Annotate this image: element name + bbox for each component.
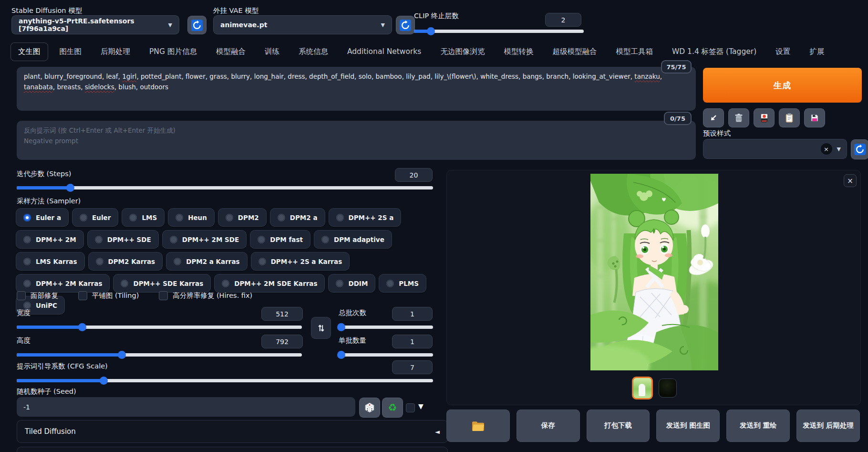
tiled-diffusion-accordion[interactable]: Tiled Diffusion ◄ (17, 420, 448, 443)
sampler-option-DPM++ 2M Karras[interactable]: DPM++ 2M Karras (16, 274, 110, 293)
gallery-button-打包下载[interactable]: 打包下载 (587, 410, 650, 442)
seed-extra-checkbox[interactable] (406, 403, 415, 412)
sampler-option-LMS[interactable]: LMS (122, 208, 165, 227)
prompt-token-counter: 75/75 (661, 60, 692, 74)
tab-训练[interactable]: 训练 (257, 42, 287, 61)
tab-PNG 图片信息[interactable]: PNG 图片信息 (142, 42, 205, 61)
checkbox-面部修复[interactable]: 面部修复 (17, 291, 58, 300)
open-folder-button[interactable] (446, 410, 510, 442)
flower-card-button[interactable] (754, 108, 775, 127)
arrow-down-left-button[interactable] (703, 108, 724, 127)
random-seed-button[interactable] (359, 398, 380, 418)
checkbox-平铺图 (Tiling)[interactable]: 平铺图 (Tiling) (78, 291, 139, 300)
generate-button[interactable]: 生成 (703, 68, 862, 103)
sampler-option-DPM++ 2M[interactable]: DPM++ 2M (16, 230, 84, 249)
seed-extra-caret-icon[interactable]: ▼ (418, 402, 424, 410)
tab-超级模型融合[interactable]: 超级模型融合 (545, 42, 604, 61)
tab-模型转换[interactable]: 模型转换 (496, 42, 541, 61)
tab-后期处理[interactable]: 后期处理 (93, 42, 138, 61)
sampler-option-Euler a[interactable]: Euler a (16, 208, 69, 227)
sd-model-refresh-button[interactable] (187, 16, 207, 34)
sampler-option-DPM2[interactable]: DPM2 (218, 208, 267, 227)
preset-styles-dropdown[interactable]: × ▼ (703, 139, 847, 159)
collapse-arrow-icon: ◄ (435, 428, 440, 435)
gallery-button-发送到 重绘[interactable]: 发送到 重绘 (726, 410, 790, 442)
floppy-button[interactable] (804, 108, 825, 127)
cfg-slider[interactable] (17, 376, 433, 385)
tab-文生图[interactable]: 文生图 (10, 42, 48, 61)
gallery-button-发送到 图生图[interactable]: 发送到 图生图 (656, 410, 720, 442)
gallery-button-保存[interactable]: 保存 (517, 410, 580, 442)
sampler-option-DPM++ 2S a[interactable]: DPM++ 2S a (329, 208, 402, 227)
radio-icon (23, 258, 31, 265)
refresh-icon (854, 144, 866, 155)
steps-value[interactable]: 20 (395, 168, 433, 182)
sampler-option-PLMS[interactable]: PLMS (379, 274, 426, 293)
sampler-option-DDIM[interactable]: DDIM (328, 274, 375, 293)
sampler-option-Heun[interactable]: Heun (168, 208, 215, 227)
sampler-option-DPM fast[interactable]: DPM fast (250, 230, 310, 249)
gallery-thumbnail-2[interactable] (659, 378, 677, 398)
batch-size-label: 单批数量 (339, 336, 366, 345)
radio-icon (170, 236, 177, 243)
tab-模型工具箱[interactable]: 模型工具箱 (608, 42, 661, 61)
sampler-option-DPM adaptive[interactable]: DPM adaptive (314, 230, 392, 249)
batch-count-slider[interactable] (339, 323, 433, 331)
sampler-option-DPM++ 2S a Karras[interactable]: DPM++ 2S a Karras (251, 252, 350, 271)
radio-icon (23, 214, 31, 221)
sampler-option-DPM2 a Karras[interactable]: DPM2 a Karras (166, 252, 247, 271)
radio-icon (336, 214, 344, 221)
width-slider[interactable] (17, 323, 302, 331)
tab-Additional Networks[interactable]: Additional Networks (340, 43, 429, 60)
sampler-option-DPM++ SDE[interactable]: DPM++ SDE (87, 230, 159, 249)
seed-input[interactable]: -1 (17, 397, 355, 417)
sampler-option-DPM++ 2M SDE Karras[interactable]: DPM++ 2M SDE Karras (214, 274, 325, 293)
steps-label: 迭代步数 (Steps) (17, 169, 72, 179)
checkbox-高分辨率修复 (Hires. fix)[interactable]: 高分辨率修复 (Hires. fix) (159, 291, 252, 300)
tab-扩展[interactable]: 扩展 (802, 42, 832, 61)
flower-card-icon (761, 114, 768, 123)
sampler-option-DPM++ SDE Karras[interactable]: DPM++ SDE Karras (113, 274, 211, 293)
sampler-option-DPM2 Karras[interactable]: DPM2 Karras (88, 252, 163, 271)
clear-icon[interactable]: × (821, 143, 832, 155)
tiled-vae-accordion[interactable]: Tiled VAE ◄ (17, 447, 448, 452)
tab-系统信息[interactable]: 系统信息 (291, 42, 336, 61)
tab-无边图像浏览[interactable]: 无边图像浏览 (433, 42, 492, 61)
trash-button[interactable] (728, 108, 749, 127)
tab-模型融合[interactable]: 模型融合 (208, 42, 253, 61)
height-slider[interactable] (17, 350, 302, 359)
sampler-option-DPM++ 2M SDE[interactable]: DPM++ 2M SDE (162, 230, 247, 249)
clip-skip-slider[interactable] (414, 27, 584, 35)
tab-WD 1.4 标签器 (Tagger)[interactable]: WD 1.4 标签器 (Tagger) (664, 42, 764, 61)
sd-model-label: Stable Diffusion 模型 (11, 6, 82, 15)
clip-skip-value[interactable]: 2 (545, 13, 581, 27)
generated-image[interactable] (590, 174, 718, 370)
prompt-textarea[interactable]: plant, blurry_foreground, leaf, 1girl, p… (17, 67, 696, 111)
gallery-button-发送到 后期处理[interactable]: 发送到 后期处理 (796, 410, 860, 442)
preset-refresh-button[interactable] (851, 139, 868, 159)
tab-图生图[interactable]: 图生图 (52, 42, 90, 61)
vae-refresh-button[interactable] (396, 16, 415, 34)
tab-设置[interactable]: 设置 (768, 42, 798, 61)
sampler-option-Euler[interactable]: Euler (72, 208, 118, 227)
batch-size-slider[interactable] (339, 350, 433, 359)
radio-icon (174, 258, 181, 265)
negative-prompt-textarea[interactable]: 反向提示词 (按 Ctrl+Enter 或 Alt+Enter 开始生成) Ne… (17, 121, 696, 160)
swap-dimensions-button[interactable] (311, 317, 331, 339)
sampler-option-LMS Karras[interactable]: LMS Karras (16, 252, 85, 271)
vae-dropdown[interactable]: animevae.pt ▼ (213, 15, 392, 34)
height-value[interactable]: 792 (261, 335, 303, 348)
batch-count-value[interactable]: 1 (392, 307, 433, 321)
radio-icon (222, 280, 229, 287)
sd-model-dropdown[interactable]: anything-v5-PrtRE.safetensors [7f96a1a9c… (11, 15, 179, 34)
reuse-seed-button[interactable]: ♻ (382, 398, 403, 418)
negative-placeholder-line1: 反向提示词 (按 Ctrl+Enter 或 Alt+Enter 开始生成) (24, 126, 689, 136)
gallery-thumbnail-selected[interactable] (632, 377, 653, 399)
cfg-value[interactable]: 7 (392, 360, 433, 374)
width-value[interactable]: 512 (261, 307, 303, 321)
sampler-option-DPM2 a[interactable]: DPM2 a (270, 208, 325, 227)
clipboard-button[interactable] (779, 108, 800, 127)
batch-size-value[interactable]: 1 (392, 335, 433, 348)
steps-slider[interactable] (17, 183, 433, 192)
close-preview-button[interactable]: × (844, 174, 857, 187)
